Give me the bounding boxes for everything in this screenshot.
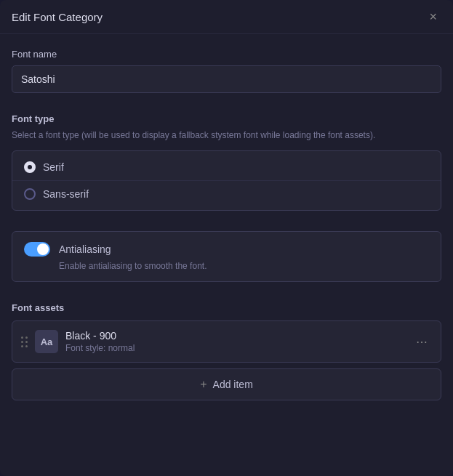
drag-dot [25,345,28,347]
asset-info: Black - 900 Font style: normal [65,330,404,353]
plus-icon: + [200,378,207,391]
edit-font-category-modal: Edit Font Category × Font name Font type… [0,0,453,476]
font-name-input[interactable] [12,65,441,93]
drag-dots [21,336,28,347]
font-name-label: Font name [12,49,441,60]
antialiasing-label: Antialiasing [59,243,111,255]
antialiasing-section: Antialiasing Enable antialiasing to smoo… [12,231,441,282]
font-name-group: Font name [12,49,441,93]
drag-handle[interactable] [21,336,28,347]
drag-dot [25,341,28,343]
modal-body: Font name Font type Select a font type (… [0,34,453,424]
font-assets-title: Font assets [12,302,441,313]
add-item-button[interactable]: + Add item [12,368,441,400]
add-item-label: Add item [213,379,253,390]
radio-label-sans-serif: Sans-serif [43,188,89,200]
antialiasing-description: Enable antialiasing to smooth the font. [24,261,429,271]
radio-item-sans-serif[interactable]: Sans-serif [12,180,441,207]
drag-dot [25,336,28,339]
radio-circle-sans-serif [24,188,36,200]
font-type-title: Font type [12,113,441,124]
drag-dot [21,345,23,347]
modal-title: Edit Font Category [12,11,103,23]
radio-label-serif: Serif [43,161,64,173]
drag-dot [21,336,23,339]
radio-circle-serif [24,161,36,173]
font-type-group: Font type Select a font type (will be us… [12,113,441,211]
font-icon: Aa [35,330,58,353]
drag-dot [21,341,23,343]
radio-item-serif[interactable]: Serif [12,154,441,180]
font-assets-section: Font assets Aa Black - 900 Font style [12,302,441,400]
font-type-description: Select a font type (will be used to disp… [12,129,441,142]
asset-menu-button[interactable]: ⋯ [412,332,432,352]
font-type-radio-group: Serif Sans-serif [12,150,441,211]
asset-name: Black - 900 [65,330,404,342]
asset-style: Font style: normal [65,343,404,353]
modal-header: Edit Font Category × [0,0,453,34]
toggle-row: Antialiasing [24,242,429,257]
antialiasing-toggle[interactable] [24,242,50,257]
close-button[interactable]: × [425,9,441,25]
asset-item: Aa Black - 900 Font style: normal ⋯ [12,320,441,363]
